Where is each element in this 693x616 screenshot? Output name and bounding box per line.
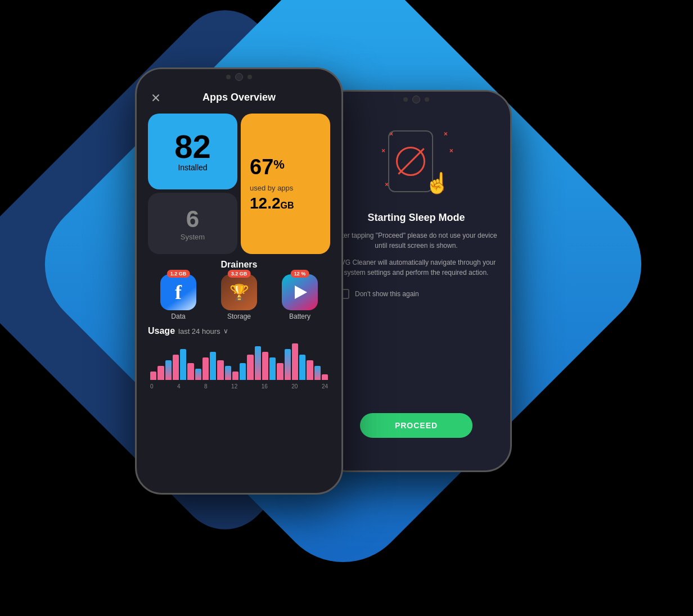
- proceed-button-label: PROCEED: [395, 421, 438, 430]
- sleep-mode-desc2: AVG Cleaner will automatically navigate …: [334, 257, 499, 278]
- sleep-mode-title: Starting Sleep Mode: [367, 212, 465, 224]
- installed-number: 82: [174, 130, 211, 163]
- play-store-icon: [282, 274, 318, 310]
- dont-show-row[interactable]: Don't show this again: [334, 289, 419, 299]
- phone-back-notch: [385, 93, 447, 106]
- drainers-row: 1.2 GB Data 3.2 GB 🏆 Storage: [148, 274, 330, 320]
- drainer-data[interactable]: 1.2 GB Data: [160, 274, 196, 320]
- drainers-title: Drainers: [148, 260, 330, 270]
- chart-bar-13: [247, 355, 253, 380]
- notch-dot-left: [403, 97, 408, 102]
- close-button[interactable]: [148, 90, 164, 106]
- phone-back-top-bar: [322, 92, 510, 107]
- chart-label-24: 24: [322, 383, 328, 389]
- front-notch-dot-right: [248, 75, 252, 79]
- dont-show-label: Don't show this again: [355, 290, 419, 298]
- apps-screen: Apps Overview 82 Installed 67 % used by …: [137, 85, 341, 481]
- x-mark-4: ×: [449, 147, 453, 155]
- chart-label-4: 4: [177, 383, 181, 389]
- chart-bar-1: [158, 366, 164, 380]
- chart-label-16: 16: [262, 383, 268, 389]
- installed-label: Installed: [178, 163, 207, 172]
- chart-label-12: 12: [231, 383, 237, 389]
- system-number: 6: [186, 206, 199, 233]
- usage-header: Usage last 24 hours ∨: [148, 326, 330, 336]
- chart-bar-0: [150, 372, 156, 380]
- installed-card: 82 Installed: [148, 114, 237, 189]
- chart-bar-5: [187, 363, 194, 380]
- usage-subtitle: last 24 hours: [178, 327, 220, 336]
- chart-label-0: 0: [150, 383, 154, 389]
- hand-icon: ☝: [425, 171, 450, 195]
- used-percent-sign: %: [273, 157, 285, 172]
- chart-bar-6: [195, 369, 201, 380]
- phone-front: Apps Overview 82 Installed 67 % used by …: [135, 67, 343, 495]
- apps-overview-title: Apps Overview: [202, 92, 276, 103]
- chart-bar-16: [269, 357, 276, 380]
- facebook-icon: [160, 274, 196, 310]
- chart-bar-23: [322, 374, 328, 380]
- usage-chevron[interactable]: ∨: [223, 327, 228, 336]
- used-by-label: used by apps: [250, 184, 293, 192]
- chart-bar-20: [299, 355, 305, 380]
- usage-bar-chart: [148, 341, 330, 380]
- chart-bar-9: [217, 360, 223, 380]
- phone-front-top-bar: [137, 69, 341, 85]
- usage-title: Usage: [148, 326, 175, 336]
- phones-container: × × × × × × ☝ Starting Sleep Mode After …: [0, 0, 693, 616]
- front-notch-camera: [235, 73, 243, 81]
- phone-front-notch: [208, 71, 270, 83]
- system-label: System: [181, 233, 205, 241]
- chart-bar-3: [173, 355, 179, 380]
- notch-dot-right: [425, 97, 429, 102]
- phone-back: × × × × × × ☝ Starting Sleep Mode After …: [321, 90, 512, 472]
- front-notch-dot-left: [226, 75, 231, 79]
- apps-header: Apps Overview: [148, 85, 330, 109]
- chart-bar-11: [232, 372, 238, 380]
- drainer-storage-label: Storage: [227, 312, 251, 320]
- chart-bar-17: [277, 363, 283, 380]
- chart-bar-19: [292, 343, 298, 380]
- drainer-battery[interactable]: 12 % Battery: [282, 274, 318, 320]
- chart-bar-18: [285, 349, 291, 380]
- game-icon: 🏆: [221, 274, 257, 310]
- chart-bar-21: [307, 360, 313, 380]
- chart-bar-8: [210, 352, 216, 380]
- proceed-button[interactable]: PROCEED: [360, 413, 472, 438]
- used-percent: 67: [250, 155, 273, 179]
- chart-bar-22: [314, 366, 321, 380]
- chart-bar-10: [225, 366, 231, 380]
- drainer-data-wrapper: 1.2 GB: [160, 274, 196, 310]
- usage-card: 67 % used by apps 12.2GB: [241, 114, 330, 254]
- drainer-battery-badge: 12 %: [291, 270, 309, 278]
- x-mark-3: ×: [381, 147, 385, 155]
- storage-number: 12.2GB: [250, 194, 294, 212]
- chart-label-20: 20: [291, 383, 298, 389]
- drainer-data-label: Data: [171, 312, 185, 320]
- x-mark-2: ×: [444, 130, 448, 138]
- notch-camera: [412, 96, 420, 103]
- sleep-screen: × × × × × × ☝ Starting Sleep Mode After …: [322, 107, 510, 458]
- no-symbol: [396, 147, 425, 176]
- chart-bar-14: [255, 346, 261, 380]
- play-triangle: [295, 286, 307, 299]
- chart-label-8: 8: [204, 383, 208, 389]
- sleep-mode-desc1: After tapping "Proceed" please do not us…: [334, 230, 499, 251]
- drainer-battery-wrapper: 12 %: [282, 274, 318, 310]
- chart-bar-2: [165, 360, 172, 380]
- chart-bar-15: [262, 352, 268, 380]
- chart-bar-12: [240, 363, 246, 380]
- system-card: 6 System: [148, 193, 237, 255]
- drainer-data-badge: 1.2 GB: [167, 270, 190, 278]
- drainer-storage-badge: 3.2 GB: [228, 270, 251, 278]
- chart-bar-7: [202, 357, 209, 380]
- drainer-storage[interactable]: 3.2 GB 🏆 Storage: [221, 274, 257, 320]
- drainer-battery-label: Battery: [289, 312, 310, 320]
- sleep-illustration: × × × × × × ☝: [377, 122, 456, 201]
- stats-grid: 82 Installed 67 % used by apps 12.2GB: [148, 114, 330, 254]
- drainer-storage-wrapper: 3.2 GB 🏆: [221, 274, 257, 310]
- chart-labels: 0 4 8 12 16 20 24: [148, 381, 330, 389]
- chart-bar-4: [180, 349, 186, 380]
